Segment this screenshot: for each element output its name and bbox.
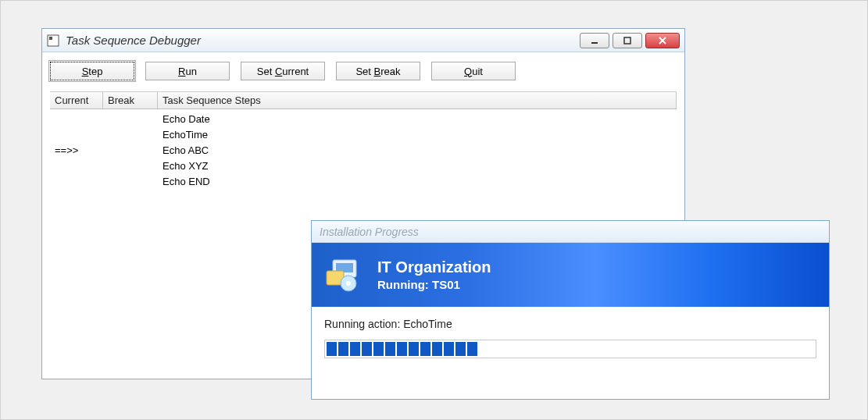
cell-current: ==>> [50,144,103,156]
run-button[interactable]: Run [145,62,230,80]
progress-bar [324,340,816,358]
listview-header: Current Break Task Sequence Steps [50,92,677,109]
close-button[interactable] [645,33,680,48]
svg-rect-1 [49,37,52,40]
progress-block [362,342,372,356]
progress-block [467,342,477,356]
package-icon [323,254,363,295]
table-row[interactable]: EchoTime [50,126,677,142]
svg-point-8 [346,281,351,286]
table-row[interactable]: ==>> Echo ABC [50,142,677,158]
titlebar[interactable]: Task Sequence Debugger [42,29,684,52]
window-title: Task Sequence Debugger [66,34,580,47]
listview-body: Echo Date EchoTime ==>> Echo ABC Echo XY… [50,109,677,189]
progress-titlebar[interactable]: Installation Progress [312,221,829,243]
step-button[interactable]: Step [50,62,134,80]
maximize-button[interactable] [613,33,642,48]
progress-block [397,342,407,356]
progress-banner: IT Organization Running: TS01 [312,243,829,307]
column-current[interactable]: Current [50,92,103,109]
cell-step: Echo XYZ [158,160,677,172]
table-row[interactable]: Echo XYZ [50,158,677,173]
progress-block [385,342,395,356]
cell-step: Echo END [158,176,677,187]
progress-block [327,342,337,356]
svg-rect-3 [624,37,630,44]
svg-rect-2 [591,42,598,44]
progress-block [420,342,430,356]
cell-step: EchoTime [158,129,677,141]
column-break[interactable]: Break [103,92,158,109]
cell-step: Echo ABC [158,144,677,156]
progress-block [373,342,384,356]
progress-block [444,342,454,356]
column-steps[interactable]: Task Sequence Steps [158,92,677,109]
table-row[interactable]: Echo END [50,173,677,189]
progress-title: Installation Progress [320,226,419,238]
running-action-label: Running action: EchoTime [324,318,816,330]
progress-block [409,342,419,356]
cell-step: Echo Date [158,113,677,125]
org-name: IT Organization [377,258,491,276]
installation-progress-dialog: Installation Progress IT Organization Ru… [311,220,830,400]
running-label: Running: TS01 [377,278,491,291]
progress-block [432,342,442,356]
quit-button[interactable]: Quit [431,62,516,80]
toolbar: Step Run Set Current Set Break Quit [50,60,677,91]
progress-body: Running action: EchoTime [312,307,829,369]
minimize-button[interactable] [580,33,609,48]
set-current-button[interactable]: Set Current [241,62,325,80]
progress-block [455,342,466,356]
app-icon [47,34,59,47]
table-row[interactable]: Echo Date [50,111,677,126]
progress-block [350,342,360,356]
window-controls [580,33,680,48]
set-break-button[interactable]: Set Break [336,62,420,80]
progress-block [338,342,348,356]
